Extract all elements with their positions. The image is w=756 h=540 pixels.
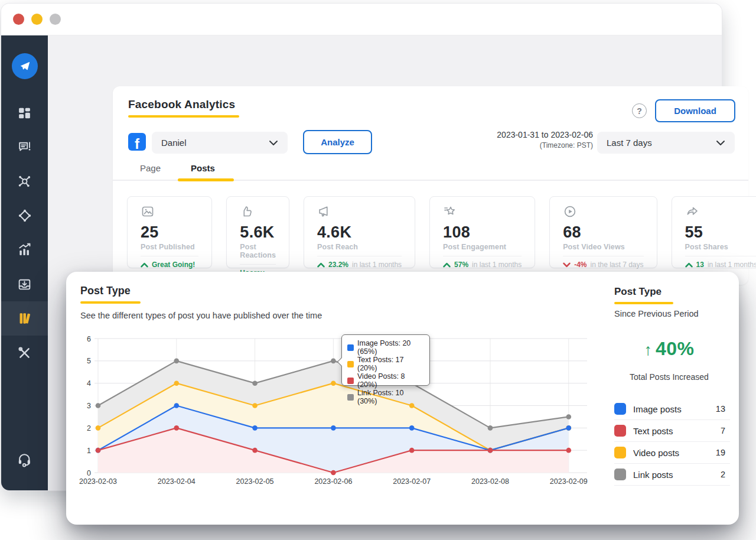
svg-text:2023-02-06: 2023-02-06 [314,477,352,486]
divider [141,256,198,256]
legend-swatch-text-posts [614,425,626,437]
tooltip-text: Image Posts: 20 (65%) [357,339,424,356]
period-select[interactable]: Last 7 days [597,132,735,154]
trend-text: in last 1 months [352,261,402,269]
thumbs-up-icon [240,204,254,219]
window-titlebar [1,4,722,35]
post-type-card: Post Type See the different types of pos… [66,272,739,525]
books-icon [17,311,32,326]
page-title: Facebook Analytics [128,98,235,111]
dashboard-grid-icon [17,106,32,121]
legend-row-image-posts: Image posts 13 [614,398,730,420]
stat-value: 55 [685,223,756,242]
chart-tooltip: Image Posts: 20 (65%) Text Posts: 17 (20… [341,334,430,386]
stat-label: Post Reactions [240,243,276,259]
tooltip-text: Video Posts: 8 (20%) [357,372,424,389]
headset-icon [17,451,32,467]
sidebar-item-inbox[interactable] [1,267,48,301]
date-range: 2023-01-31 to 2023-02-06 (Timezone: PST) [479,130,593,149]
legend-swatch-link-posts [614,469,626,480]
tools-icon [17,346,32,360]
account-select-value: Daniel [161,138,187,148]
trend-highlight: 57% [454,261,468,269]
minimize-window-button[interactable] [31,14,43,25]
sidebar-item-support[interactable] [1,442,48,476]
total-change: ↑40% [614,338,724,360]
close-window-button[interactable] [13,14,24,25]
stat-card-post-reach[interactable]: 4.6K Post Reach 23.2% in last 1 months [304,196,415,268]
active-tab-underline [178,178,234,181]
download-button[interactable]: Download [655,99,735,122]
stat-label: Post Reach [317,243,402,251]
legend-row-video-posts: Video posts 19 [614,442,730,464]
diamond-route-icon [17,208,32,223]
svg-text:6: 6 [87,335,91,343]
star-lines-icon [443,204,457,219]
svg-text:0: 0 [87,469,91,477]
stat-cards-row: 25 Post Published Great Going! [127,196,735,268]
svg-text:3: 3 [87,402,91,410]
summary-title: Post Type [614,286,662,298]
app-logo[interactable] [12,53,38,79]
stat-trend: 13 in last 1 months [685,261,756,269]
change-note: Total Posts Increased [614,372,724,382]
chat-alert-icon [17,140,32,155]
stat-card-post-reactions[interactable]: 5.6K Post Reactions Hooray [226,196,289,268]
stat-label: Post Video Views [563,243,643,251]
divider [443,256,522,256]
trend-down-icon [563,262,571,268]
sidebar-item-navigator[interactable] [1,199,48,233]
trend-text: in last 1 months [472,261,522,269]
megaphone-icon [317,204,331,219]
stat-card-post-engagement[interactable]: 108 Post Engagement 57% in last 1 months [429,196,535,268]
chart-subtitle: See the different types of post you have… [80,311,322,320]
stat-trend: 57% in last 1 months [443,261,522,269]
svg-text:4: 4 [87,379,91,388]
stat-card-post-video-views[interactable]: 68 Post Video Views -4% in the last 7 da… [549,196,657,268]
inbox-download-icon [17,277,32,292]
stat-label: Post Shares [685,243,756,251]
stat-trend: Great Going! [141,261,198,269]
title-accent-underline [80,301,141,304]
legend-row-text-posts: Text posts 7 [614,420,730,442]
svg-text:2023-02-09: 2023-02-09 [550,477,588,486]
stat-value: 108 [443,223,522,242]
timezone-text: (Timezone: PST) [479,141,593,149]
trend-up-icon [443,262,451,268]
trend-text: in the last 7 days [590,261,643,269]
stat-card-post-shares[interactable]: 55 Post Shares 13 in last 1 months [672,196,756,268]
trend-highlight: -4% [574,261,586,269]
help-icon[interactable]: ? [632,103,647,118]
tooltip-row: Video Posts: 8 (20%) [347,372,424,389]
sidebar [1,35,48,490]
sidebar-item-dashboard[interactable] [1,96,48,130]
period-select-value: Last 7 days [607,138,652,148]
svg-text:2023-02-03: 2023-02-03 [79,477,117,486]
legend-swatch-text-posts [347,361,354,367]
sidebar-item-analytics[interactable] [1,233,48,267]
sidebar-item-tools[interactable] [1,336,48,370]
bar-chart-trend-icon [17,242,32,258]
stat-value: 25 [141,223,198,242]
trend-up-icon [685,262,693,268]
maximize-window-button[interactable] [50,14,61,25]
divider [563,256,643,256]
trend-highlight: 23.2% [328,261,348,269]
legend-value: 2 [721,470,725,479]
account-select[interactable]: Daniel [152,132,288,154]
play-circle-icon [563,204,577,219]
sidebar-item-comments[interactable] [1,130,48,164]
stat-card-post-published[interactable]: 25 Post Published Great Going! [127,196,212,268]
sidebar-item-library[interactable] [1,301,48,336]
svg-text:2023-02-04: 2023-02-04 [158,477,195,486]
sidebar-item-network[interactable] [1,164,48,199]
legend-value: 13 [716,404,725,414]
svg-text:2023-02-08: 2023-02-08 [471,477,509,486]
tab-posts[interactable]: Posts [191,163,215,173]
trend-up-icon [141,262,148,268]
stat-label: Post Engagement [443,243,522,251]
legend-swatch-video-posts [614,447,626,458]
analyze-button[interactable]: Analyze [303,130,372,154]
tab-page[interactable]: Page [140,163,161,173]
stat-label: Post Published [141,243,198,251]
